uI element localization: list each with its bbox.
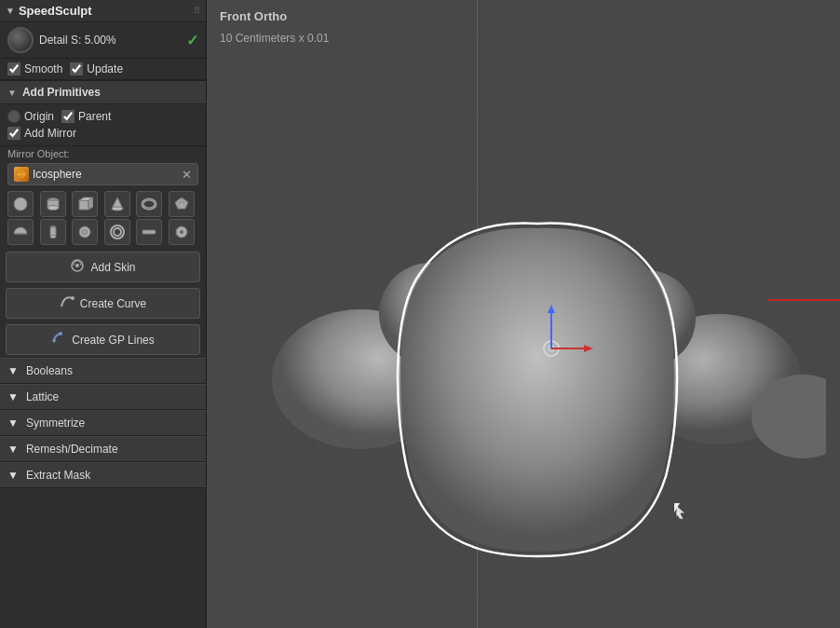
shape-icosphere-btn[interactable] bbox=[169, 191, 195, 217]
sculpture-svg bbox=[249, 128, 826, 575]
shape-halfsphere-btn[interactable] bbox=[7, 219, 34, 245]
panel-collapse-arrow[interactable]: ▼ bbox=[6, 6, 15, 16]
svg-marker-15 bbox=[175, 198, 188, 209]
svg-point-34 bbox=[272, 309, 449, 449]
symmetrize-arrow-icon: ▼ bbox=[7, 416, 19, 430]
svg-point-22 bbox=[50, 236, 56, 239]
create-curve-label: Create Curve bbox=[80, 297, 146, 310]
parent-label: Parent bbox=[78, 110, 111, 123]
extract-mask-arrow-icon: ▼ bbox=[7, 469, 19, 482]
svg-point-37 bbox=[599, 270, 696, 367]
shape-cube-btn[interactable] bbox=[72, 191, 98, 217]
booleans-section[interactable]: ▼ Booleans bbox=[0, 358, 206, 384]
svg-point-32 bbox=[71, 296, 75, 300]
create-curve-button[interactable]: Create Curve bbox=[6, 288, 200, 319]
shapes-grid bbox=[0, 187, 206, 249]
add-primitives-section[interactable]: ▼ Add Primitives bbox=[0, 80, 206, 104]
panel-title: SpeedSculpt bbox=[19, 4, 190, 18]
svg-point-40 bbox=[549, 346, 554, 351]
transform-gizmo bbox=[505, 300, 598, 393]
close-icon[interactable]: ✕ bbox=[182, 168, 192, 182]
create-gp-lines-button[interactable]: Create GP Lines bbox=[6, 324, 200, 355]
sculpture-container bbox=[235, 75, 840, 628]
shape-flat-btn[interactable] bbox=[136, 219, 162, 245]
remesh-arrow-icon: ▼ bbox=[7, 443, 19, 456]
add-mirror-checkbox[interactable] bbox=[7, 127, 20, 140]
svg-point-36 bbox=[637, 314, 801, 444]
shape-torus-btn[interactable] bbox=[136, 191, 162, 217]
add-skin-label: Add Skin bbox=[90, 261, 135, 274]
create-gp-lines-label: Create GP Lines bbox=[72, 334, 155, 347]
svg-point-7 bbox=[47, 206, 59, 211]
svg-rect-8 bbox=[79, 200, 88, 210]
icosphere-name: Icosphere bbox=[33, 168, 178, 181]
smooth-label: Smooth bbox=[24, 62, 62, 75]
add-primitives-label: Add Primitives bbox=[22, 86, 101, 99]
add-skin-button[interactable]: Add Skin bbox=[6, 252, 200, 282]
origin-circle-icon bbox=[7, 110, 20, 123]
svg-point-4 bbox=[14, 198, 27, 211]
symmetrize-label: Symmetrize bbox=[26, 416, 85, 430]
icosphere-icon bbox=[14, 167, 29, 182]
extract-mask-section[interactable]: ▼ Extract Mask bbox=[0, 462, 206, 488]
shape-sphere-btn[interactable] bbox=[7, 191, 34, 217]
svg-marker-42 bbox=[548, 305, 555, 313]
svg-point-38 bbox=[752, 375, 826, 458]
viewport[interactable]: Front Ortho 10 Centimeters x 0.01 bbox=[207, 0, 840, 628]
extract-mask-label: Extract Mask bbox=[26, 469, 90, 482]
remesh-decimate-label: Remesh/Decimate bbox=[26, 443, 118, 456]
update-label: Update bbox=[87, 62, 123, 75]
shape-blob-btn[interactable] bbox=[72, 219, 98, 245]
shape-cone-btn[interactable] bbox=[104, 191, 130, 217]
mirror-object-select[interactable]: Icosphere ✕ bbox=[7, 163, 198, 185]
lattice-section[interactable]: ▼ Lattice bbox=[0, 384, 206, 410]
booleans-label: Booleans bbox=[26, 364, 73, 377]
svg-marker-44 bbox=[584, 345, 593, 352]
detail-label: Detail S: 5.00% bbox=[39, 34, 181, 47]
detail-circle[interactable] bbox=[7, 27, 34, 53]
remesh-decimate-section[interactable]: ▼ Remesh/Decimate bbox=[0, 436, 206, 462]
curve-icon bbox=[60, 294, 75, 312]
checkmark-button[interactable]: ✓ bbox=[186, 32, 198, 49]
detail-row: Detail S: 5.00% ✓ bbox=[0, 22, 206, 59]
svg-point-31 bbox=[75, 264, 79, 267]
shape-thincyl-btn[interactable] bbox=[40, 219, 66, 245]
svg-point-35 bbox=[379, 263, 481, 365]
lattice-label: Lattice bbox=[26, 390, 59, 403]
smooth-checkbox-label[interactable]: Smooth bbox=[7, 62, 62, 75]
svg-point-29 bbox=[180, 230, 183, 234]
shape-extra-btn[interactable] bbox=[169, 219, 195, 245]
primitives-props: Origin Parent Add Mirror bbox=[0, 104, 206, 146]
add-mirror-row: Add Mirror bbox=[7, 127, 198, 140]
booleans-arrow-icon: ▼ bbox=[7, 364, 19, 377]
smooth-checkbox[interactable] bbox=[7, 62, 20, 75]
drag-handle-icon: ⠿ bbox=[194, 6, 200, 16]
shape-ring-btn[interactable] bbox=[104, 219, 130, 245]
panel-header[interactable]: ▼ SpeedSculpt ⠿ bbox=[0, 0, 206, 22]
lattice-arrow-icon: ▼ bbox=[7, 390, 19, 403]
parent-checkbox-label[interactable]: Parent bbox=[61, 110, 111, 123]
svg-point-39 bbox=[544, 341, 559, 356]
options-row: Smooth Update bbox=[0, 59, 206, 80]
add-mirror-checkbox-label[interactable]: Add Mirror bbox=[7, 127, 76, 140]
mirror-object-label: Mirror Object: bbox=[0, 146, 206, 161]
origin-label: Origin bbox=[24, 110, 54, 123]
svg-point-12 bbox=[112, 207, 123, 211]
update-checkbox[interactable] bbox=[70, 62, 83, 75]
add-mirror-label: Add Mirror bbox=[24, 127, 76, 140]
parent-checkbox[interactable] bbox=[61, 110, 75, 123]
shape-cylinder-btn[interactable] bbox=[40, 191, 66, 217]
symmetrize-section[interactable]: ▼ Symmetrize bbox=[0, 410, 206, 436]
origin-parent-row: Origin Parent bbox=[7, 110, 198, 123]
sidebar: ▼ SpeedSculpt ⠿ Detail S: 5.00% ✓ Smooth… bbox=[0, 0, 207, 628]
origin-checkbox-label[interactable]: Origin bbox=[7, 110, 54, 123]
svg-point-33 bbox=[59, 332, 62, 335]
add-primitives-arrow-icon: ▼ bbox=[7, 88, 17, 98]
svg-rect-27 bbox=[142, 230, 156, 234]
gplines-icon bbox=[51, 331, 66, 348]
update-checkbox-label[interactable]: Update bbox=[70, 62, 123, 75]
svg-point-24 bbox=[82, 229, 88, 235]
svg-point-26 bbox=[114, 228, 121, 236]
skin-icon bbox=[70, 258, 85, 276]
